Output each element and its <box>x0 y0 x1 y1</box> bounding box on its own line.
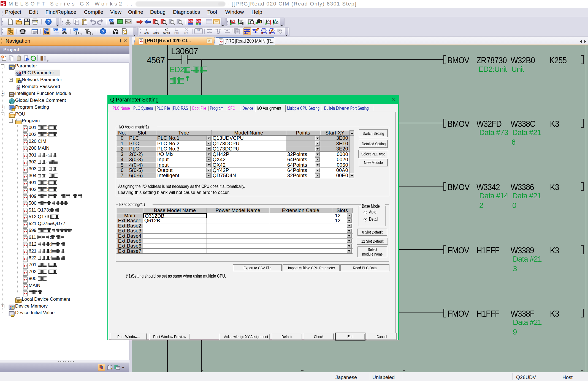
svg-text:HEX: HEX <box>125 20 131 23</box>
svg-text:?: ? <box>102 29 104 34</box>
svg-text:Dev: Dev <box>62 29 66 32</box>
svg-text:Dev: Dev <box>188 19 194 22</box>
svg-text:>_: >_ <box>118 20 122 23</box>
svg-text:o: o <box>26 58 28 61</box>
svg-text:Dev: Dev <box>196 19 202 22</box>
svg-text:Dev: Dev <box>109 19 114 22</box>
svg-text:Dev: Dev <box>44 29 48 32</box>
svg-text:Dev: Dev <box>53 29 58 32</box>
svg-text:?: ? <box>47 19 50 24</box>
svg-text:Dev: Dev <box>73 29 78 32</box>
